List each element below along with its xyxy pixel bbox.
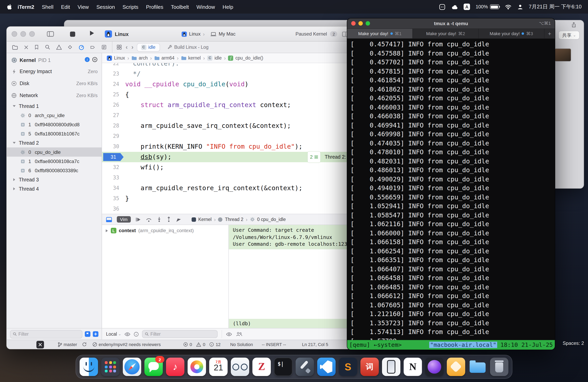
- line-number[interactable]: 34: [102, 183, 125, 193]
- terminal-tab-1[interactable]: Make your day! ⌘1: [347, 29, 413, 38]
- dock-icon-amber[interactable]: [447, 358, 465, 376]
- terminal-tab-2[interactable]: Make your day! ⌘2: [413, 29, 479, 38]
- breadcrumb-project[interactable]: Linux: [107, 55, 125, 60]
- dock-icon-vscode[interactable]: [317, 358, 336, 376]
- sync-button[interactable]: [82, 342, 87, 347]
- breadcrumb-folder[interactable]: arch: [132, 56, 148, 60]
- debug-area-toggle-icon[interactable]: [106, 217, 112, 222]
- dock-icon-iphone[interactable]: [382, 358, 400, 376]
- dock-icon-preview[interactable]: [231, 358, 249, 376]
- disclosure-icon[interactable]: [12, 141, 16, 145]
- dock-icon-notion[interactable]: N: [404, 358, 422, 376]
- menu-item-window[interactable]: Window: [196, 4, 215, 10]
- problems-indicator[interactable]: 0 0 12: [183, 342, 221, 347]
- dock-icon-calendar[interactable]: 7月21: [209, 358, 228, 376]
- stop-button[interactable]: [70, 31, 75, 37]
- reports-icon[interactable]: [101, 44, 107, 50]
- debug-navigator-icon[interactable]: [78, 44, 84, 50]
- line-number[interactable]: 24: [102, 79, 125, 90]
- minimize-button[interactable]: [358, 21, 363, 26]
- line-number[interactable]: 27: [102, 110, 125, 121]
- apple-menu-icon[interactable]: [6, 4, 12, 10]
- breadcrumb-folder[interactable]: kernel: [181, 56, 201, 60]
- dock-icon-zotero[interactable]: Z: [252, 358, 271, 376]
- cursor-position-indicator[interactable]: Ln 217, Col 5: [302, 342, 328, 347]
- zoom-button[interactable]: [366, 21, 370, 26]
- breadcrumb-folder[interactable]: arm64: [154, 56, 174, 60]
- stack-frame[interactable]: 0cpu_do_idle: [7, 148, 102, 157]
- input-source-icon[interactable]: A: [463, 4, 470, 10]
- vim-mode-badge[interactable]: Vim: [117, 216, 131, 223]
- issue-count-badge[interactable]: 2: [330, 31, 337, 37]
- thread-row-thread-2[interactable]: Thread 2: [7, 138, 102, 148]
- dock-icon-sublime[interactable]: S: [339, 358, 357, 376]
- continue-button[interactable]: [136, 217, 141, 222]
- current-line-badge[interactable]: 31: [103, 153, 124, 161]
- process-row[interactable]: Kernel PID 1 i: [7, 55, 102, 66]
- user-switch-icon[interactable]: [517, 4, 523, 10]
- gauge-network[interactable]: Network Zero KB/s: [7, 90, 102, 101]
- stack-frame[interactable]: 50xffa1800081b1067c: [7, 129, 102, 138]
- line-number[interactable]: 22: [102, 63, 125, 69]
- menu-item-iterm2[interactable]: iTerm2: [18, 4, 34, 10]
- menu-item-profiles[interactable]: Profiles: [146, 4, 163, 10]
- grid-view-icon[interactable]: [116, 44, 122, 50]
- tab-build-log[interactable]: Build Linux - Log: [163, 43, 212, 51]
- thread-row-thread-1[interactable]: Thread 1: [7, 101, 102, 111]
- line-number[interactable]: 36: [102, 204, 125, 214]
- thread-row-thread-3[interactable]: Thread 3: [7, 175, 102, 184]
- menu-item-help[interactable]: Help: [223, 4, 233, 10]
- run-button[interactable]: [90, 30, 94, 38]
- dock-icon-messages[interactable]: 2: [144, 358, 163, 376]
- breadcrumb-function[interactable]: f cpu_do_idle(): [228, 55, 263, 60]
- line-number[interactable]: 28: [102, 121, 125, 131]
- menubar-clock[interactable]: 7月21日 周一 下午6:10: [529, 3, 582, 10]
- dock-icon-safari[interactable]: [123, 358, 141, 376]
- destination-selector[interactable]: My Mac: [210, 31, 235, 37]
- wifi-icon[interactable]: [505, 4, 512, 9]
- variable-row[interactable]: L context (arm_cpuidle_irq_context): [105, 228, 225, 233]
- dock-icon-finder[interactable]: [80, 358, 98, 376]
- x-app-icon[interactable]: [36, 341, 44, 348]
- stack-frame[interactable]: 0arch_cpu_idle: [7, 111, 102, 120]
- variables-filter-input[interactable]: Filter: [142, 330, 218, 338]
- eye-icon[interactable]: [125, 332, 130, 336]
- line-number[interactable]: 29: [102, 131, 125, 141]
- step-into-button[interactable]: [157, 217, 162, 222]
- minimize-button[interactable]: [21, 31, 26, 37]
- cloud-icon[interactable]: [451, 4, 458, 9]
- search-icon[interactable]: [45, 44, 50, 50]
- menu-item-scripts[interactable]: Scripts: [122, 4, 138, 10]
- tests-icon[interactable]: [67, 44, 73, 50]
- dock-icon-folder[interactable]: [468, 358, 487, 376]
- flag-filter-button[interactable]: [85, 331, 90, 337]
- tab-idle[interactable]: C idle: [137, 43, 159, 51]
- line-number[interactable]: 23: [102, 69, 125, 79]
- forward-icon[interactable]: ›: [131, 44, 134, 50]
- tmux-window-name[interactable]: ←system>: [374, 342, 402, 348]
- zoom-button[interactable]: [29, 31, 35, 37]
- close-button[interactable]: [12, 31, 17, 37]
- review-status[interactable]: endeny/mpv#2 needs reviewers: [92, 342, 161, 347]
- gauge-energy[interactable]: Energy Impact Zero: [7, 66, 102, 77]
- menu-item-shell[interactable]: Shell: [42, 4, 53, 10]
- stack-frame[interactable]: 10xffae80008108ca7c: [7, 157, 102, 166]
- scheme-selector[interactable]: Linux›: [181, 31, 205, 37]
- debug-crumb-process[interactable]: Kernel: [198, 217, 212, 222]
- dock-icon-launchpad[interactable]: [101, 358, 120, 376]
- eye-icon[interactable]: [226, 332, 232, 336]
- terminal-tab-3[interactable]: Make your day! ⌘3: [479, 29, 545, 38]
- gauge-disk[interactable]: Disk Zero KB/s: [7, 77, 102, 90]
- thread-row-thread-4[interactable]: Thread 4: [7, 184, 102, 193]
- dock-icon-photos[interactable]: [188, 358, 206, 376]
- photo-thumbnail[interactable]: [554, 48, 571, 61]
- line-number[interactable]: 26: [102, 100, 125, 110]
- sidebar-toggle-icon[interactable]: [47, 31, 54, 37]
- issues-icon[interactable]: [56, 44, 62, 50]
- close-button[interactable]: [351, 21, 356, 26]
- simulate-location-button[interactable]: [176, 217, 181, 222]
- disclosure-icon[interactable]: [12, 104, 16, 108]
- menubar-app-icon[interactable]: [439, 4, 445, 10]
- terminal-titlebar[interactable]: tmux a -t qemu ⌥⌘1: [347, 18, 555, 29]
- breakpoint-count-pill[interactable]: 2: [308, 152, 320, 163]
